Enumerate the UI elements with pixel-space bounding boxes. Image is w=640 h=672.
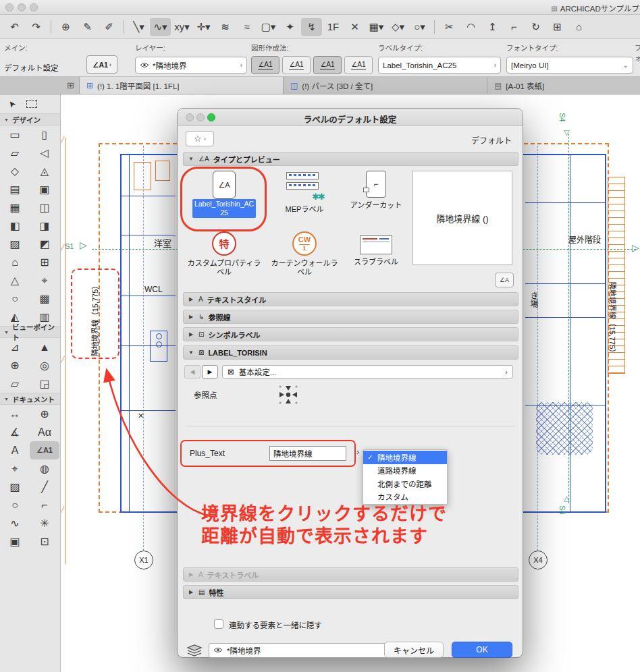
toolbar-icon[interactable]: ⊕ — [55, 18, 76, 36]
close-window-icon[interactable] — [5, 3, 14, 11]
toolbar-icon[interactable]: ↷ — [26, 18, 47, 36]
tool-icon[interactable]: A — [0, 441, 30, 459]
toolbar-icon[interactable]: ○▾ — [409, 18, 430, 36]
nav-forward-button[interactable]: ▶ — [202, 365, 218, 379]
tool-icon[interactable]: Aα — [30, 423, 59, 441]
preview-option-button[interactable]: ∠A — [495, 273, 514, 287]
tool-icon[interactable]: ◇ — [0, 162, 30, 180]
label-type-item-slab[interactable]: スラブラベル — [342, 231, 410, 267]
tool-icon[interactable]: ▨ — [0, 478, 30, 496]
tool-icon[interactable]: ↔ — [0, 405, 30, 423]
tool-icon[interactable]: ▱ — [0, 144, 30, 162]
geometry-method-button[interactable]: ∠A1 — [344, 56, 373, 74]
tool-icon[interactable]: ▭ — [0, 125, 30, 144]
anchor-point-selector[interactable] — [276, 383, 300, 407]
tool-icon[interactable]: ▨ — [0, 235, 30, 253]
toolbar-icon[interactable]: ✦ — [279, 18, 300, 36]
layers-button[interactable] — [184, 642, 205, 659]
label-type-combo[interactable]: Label_Torishin_AC25 › — [378, 57, 501, 74]
geometry-method-button[interactable]: ∠A1 — [313, 56, 342, 74]
toolbar-icon[interactable]: ✕ — [344, 18, 365, 36]
tool-icon[interactable]: ▩ — [30, 289, 59, 308]
toolbar-icon[interactable]: ◇▾ — [388, 18, 408, 36]
tool-icon[interactable]: ◫ — [30, 198, 59, 217]
dropdown-option[interactable]: 北側までの距離 — [363, 477, 447, 491]
tool-icon[interactable]: ◎ — [30, 356, 59, 374]
tool-icon[interactable]: ▦ — [0, 198, 30, 217]
dropdown-option[interactable]: カスタム — [363, 491, 447, 504]
tool-icon[interactable]: ⊞ — [30, 253, 59, 271]
tool-icon[interactable]: ⊕ — [0, 356, 30, 374]
toolbar-icon[interactable] — [124, 20, 124, 34]
section-reference-line-header[interactable]: ▶ ↳ 参照線 — [183, 310, 518, 324]
tool-icon[interactable]: ◨ — [30, 217, 59, 235]
section-text-style-header[interactable]: ▶ A テキストスタイル — [183, 292, 518, 306]
dropdown-option[interactable]: 道路境界線 — [363, 464, 447, 478]
tool-icon[interactable]: ⊿ — [0, 338, 30, 356]
settings-page-combo[interactable]: ⊠ 基本設定... › — [222, 365, 513, 379]
toolbar-icon[interactable]: ≈ — [236, 18, 257, 36]
font-type-combo[interactable]: [Meiryo UI] ⌄ — [506, 57, 633, 74]
sidebar-section-design[interactable]: ▼ デザイン — [0, 113, 60, 125]
tool-icon[interactable]: ○ — [0, 289, 30, 308]
ok-button[interactable]: OK — [452, 642, 512, 658]
toolbar-icon[interactable] — [51, 20, 51, 34]
arrow-tool-icon[interactable]: ➤ — [5, 98, 18, 110]
toolbar-icon[interactable]: ▢▾ — [258, 18, 279, 36]
toolbar-icon[interactable]: ✐ — [99, 18, 119, 36]
current-tool-chip[interactable]: ∠A1 › — [86, 55, 117, 74]
tool-icon[interactable]: ⊡ — [30, 532, 59, 551]
toolbar-icon[interactable]: ↻ — [525, 18, 546, 36]
tool-icon[interactable]: ⌐ — [30, 496, 59, 514]
footer-layer-combo[interactable]: *隣地境界 › — [209, 643, 404, 658]
tool-icon[interactable]: ◍ — [30, 459, 59, 478]
toolbar-icon[interactable]: xy▾ — [171, 18, 192, 36]
view-tab[interactable]: ⊞(!) 1. 1階平面図 [1. 1FL] — [80, 77, 284, 94]
toolbar-icon[interactable]: ✂ — [439, 18, 460, 36]
toolbar-icon[interactable]: ✛▾ — [193, 18, 214, 36]
tool-icon[interactable]: ▣ — [30, 180, 59, 198]
tool-icon[interactable]: ╱ — [30, 478, 59, 496]
tool-icon[interactable]: ◬ — [30, 162, 59, 180]
view-tab[interactable]: ◫(!) パース [3D / 全て] — [284, 77, 487, 94]
tool-icon[interactable]: ∿ — [0, 514, 30, 532]
section-properties-header[interactable]: ▶ ▤ 特性 — [183, 585, 518, 599]
tool-icon[interactable]: ▯ — [30, 125, 59, 144]
toolbar-icon[interactable]: ╲▾ — [128, 18, 149, 36]
toolbar-icon[interactable]: ⌂ — [568, 18, 589, 36]
label-type-item-mep[interactable]: ✱✱ MEPラベル — [271, 171, 338, 214]
tool-icon[interactable]: ◲ — [30, 374, 59, 393]
toolbar-icon[interactable]: ≋ — [215, 18, 236, 36]
section-label-torisin-header[interactable]: ▼ ⊠ LABEL_TORISIN — [183, 345, 518, 360]
section-symbol-label-header[interactable]: ▶ ⊡ シンボルラベル — [183, 327, 518, 341]
dialog-titlebar[interactable]: ラベルのデフォルト設定 — [178, 109, 523, 126]
label-type-item-undercut[interactable]: ⌐ アンダーカット — [342, 171, 410, 210]
tool-icon[interactable]: ◩ — [30, 235, 59, 253]
toolbar-icon[interactable]: 1F — [323, 18, 344, 36]
cancel-button[interactable]: キャンセル — [384, 642, 444, 658]
tool-icon[interactable]: ⌂ — [0, 253, 30, 271]
tool-icon[interactable]: ▤ — [0, 180, 30, 198]
sidebar-section-viewpoint[interactable]: ▼ ビューポイント — [0, 326, 60, 338]
toolbar-icon[interactable]: ✎ — [77, 18, 98, 36]
tool-icon[interactable]: ✳ — [30, 514, 59, 532]
tool-icon[interactable]: ▣ — [0, 532, 30, 551]
tool-icon[interactable]: ○ — [0, 496, 30, 514]
tool-icon[interactable]: △ — [0, 271, 30, 289]
toolbar-icon[interactable]: ◠ — [460, 18, 481, 36]
tool-icon[interactable]: ▲ — [30, 338, 59, 356]
quick-options-button[interactable]: ⊞ — [62, 77, 80, 94]
dropdown-option[interactable]: ✓隣地境界線 — [363, 451, 447, 464]
toolbar-icon[interactable]: ↶ — [4, 18, 25, 36]
layer-combo[interactable]: *隣地境界 › — [135, 57, 247, 74]
tool-icon[interactable]: ⊕ — [30, 405, 59, 423]
default-settings-value[interactable]: デフォルト設定 — [4, 62, 59, 73]
geometry-method-button[interactable]: ∠A1 — [251, 56, 279, 74]
tool-icon[interactable]: ⌖ — [0, 459, 30, 478]
toolbar-icon[interactable]: ↥ — [482, 18, 503, 36]
toolbar-icon[interactable]: ⊞ — [547, 18, 568, 36]
tool-icon[interactable]: ▱ — [0, 374, 30, 393]
tool-icon[interactable]: ∠A1 — [30, 441, 59, 459]
label-type-item-curtainwall[interactable]: CW1 カーテンウォールラベル — [271, 231, 338, 277]
toolbar-icon[interactable]: ▦▾ — [366, 18, 387, 36]
